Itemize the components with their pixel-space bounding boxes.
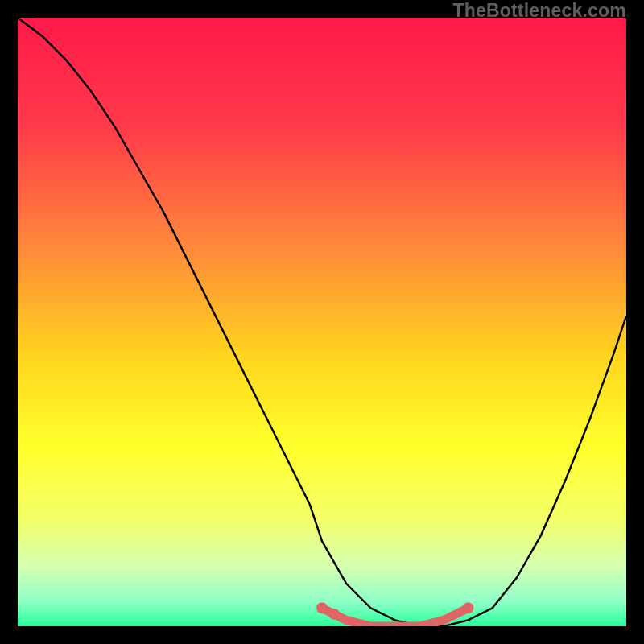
chart-background-gradient: [18, 18, 626, 626]
highlight-dot: [462, 602, 473, 613]
highlight-dot: [316, 602, 328, 613]
chart-frame: [18, 18, 626, 626]
bottleneck-chart: [18, 18, 626, 626]
highlight-dot: [328, 609, 340, 620]
